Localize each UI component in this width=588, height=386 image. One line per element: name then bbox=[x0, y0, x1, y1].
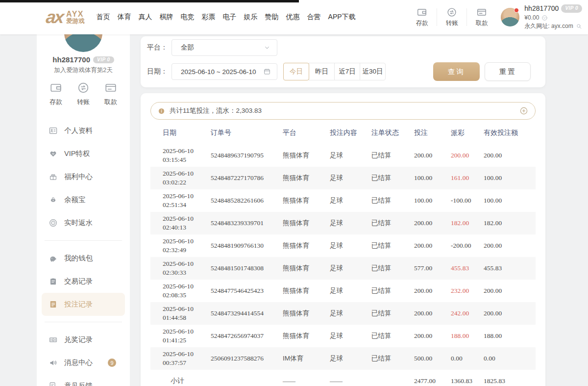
cell-status: 已结算 bbox=[371, 354, 414, 363]
header-action-deposit[interactable]: 存款 bbox=[411, 7, 433, 27]
sidebar-quick-deposit[interactable]: 存款 bbox=[49, 81, 62, 106]
chevron-down-icon bbox=[263, 44, 271, 51]
cell-date-value: 2025-06-10 bbox=[163, 259, 211, 268]
cell-time-value: 01:44:58 bbox=[163, 313, 211, 322]
cell-platform: 熊猫体育 bbox=[283, 264, 330, 273]
range-button-last7[interactable]: 近7日 bbox=[334, 63, 360, 80]
column-header-0: 日期 bbox=[163, 129, 211, 137]
header-action-deposit-label: 存款 bbox=[416, 19, 428, 27]
sidebar-item-vip[interactable]: VIP特权 bbox=[37, 142, 130, 165]
nav-item-sponsor[interactable]: 赞助 bbox=[265, 13, 279, 22]
range-button-today[interactable]: 今日 bbox=[283, 63, 309, 80]
cell-date: 2025-06-1002:08:35 bbox=[163, 282, 211, 299]
cell-bet: 100.00 bbox=[414, 197, 451, 205]
subtotal-bet: 2477.00 bbox=[414, 377, 451, 385]
cell-order: 5248487227170786 bbox=[211, 174, 283, 182]
magnifier-icon[interactable] bbox=[576, 23, 582, 29]
cell-order: 5248481909766130 bbox=[211, 242, 283, 250]
subtotal-row: 小计 —— —— 2477.00 1360.83 1825.83 bbox=[150, 370, 536, 386]
nav-item-slots[interactable]: 电子 bbox=[223, 13, 237, 22]
column-header-6: 派彩 bbox=[451, 129, 484, 137]
range-button-last30[interactable]: 近30日 bbox=[360, 63, 386, 80]
username: hh2817700 bbox=[524, 3, 559, 13]
nav-item-chess[interactable]: 棋牌 bbox=[160, 13, 173, 22]
header-action-transfer[interactable]: 转账 bbox=[441, 7, 463, 27]
cell-platform: IM体育 bbox=[283, 354, 330, 363]
cell-content: 足球 bbox=[330, 196, 371, 205]
sidebar-item-rebate[interactable]: 实时返水 bbox=[37, 211, 130, 234]
transfer-icon bbox=[446, 7, 457, 18]
table-row: 2025-06-1002:32:495248481909766130熊猫体育足球… bbox=[150, 234, 536, 257]
cell-time-value: 01:41:25 bbox=[163, 336, 211, 345]
nav-item-live[interactable]: 真人 bbox=[139, 13, 152, 22]
messages-icon bbox=[49, 358, 58, 367]
cell-valid: 455.83 bbox=[484, 264, 536, 272]
nav-item-esports[interactable]: 电竞 bbox=[181, 13, 195, 22]
cell-date-value: 2025-06-10 bbox=[163, 327, 211, 336]
sidebar-item-transactions[interactable]: 交易记录 bbox=[37, 270, 130, 293]
cell-bet: 500.00 bbox=[414, 355, 451, 362]
sidebar-quick-withdraw[interactable]: 取款 bbox=[104, 81, 117, 106]
cell-bet: 200.00 bbox=[414, 332, 451, 340]
nav-item-promo[interactable]: 优惠 bbox=[286, 13, 300, 22]
sidebar-item-feedback[interactable]: 意见反馈 bbox=[37, 374, 130, 386]
brand-logo[interactable]: ax AYX 爱游戏 bbox=[46, 9, 85, 25]
brand-mark-icon: ax bbox=[45, 9, 63, 25]
cell-payout: 0.00 bbox=[451, 355, 484, 362]
subtotal-platform: —— bbox=[283, 377, 330, 385]
sidebar-item-yuebao[interactable]: 余额宝 bbox=[37, 188, 130, 211]
platform-label: 平台： bbox=[147, 43, 172, 52]
sidebar-item-bets[interactable]: 投注记录 bbox=[42, 293, 125, 316]
cell-date: 2025-06-1003:02:22 bbox=[163, 169, 211, 186]
cell-time-value: 02:32:49 bbox=[163, 246, 211, 255]
date-range-input[interactable]: 2025-06-10 ~ 2025-06-10 bbox=[172, 63, 277, 80]
sidebar-item-messages[interactable]: 消息中心9 bbox=[37, 351, 130, 374]
cell-order: 5248483239339701 bbox=[211, 219, 283, 227]
sidebar-avatar[interactable] bbox=[64, 34, 102, 52]
cell-time-value: 02:08:35 bbox=[163, 291, 211, 300]
main-nav: 首页体育真人棋牌电竞彩票电子娱乐赞助优惠合营APP下载 bbox=[97, 13, 356, 22]
cell-content: 足球 bbox=[330, 174, 371, 182]
sidebar-item-redeem[interactable]: 兑奖记录 bbox=[37, 328, 130, 351]
nav-item-entertainment[interactable]: 娱乐 bbox=[244, 13, 258, 22]
sidebar-item-welfare-label: 福利中心 bbox=[64, 172, 93, 181]
header-action-withdraw[interactable]: 取款 bbox=[470, 7, 493, 27]
user-avatar[interactable] bbox=[501, 8, 519, 26]
nav-item-agent[interactable]: 合营 bbox=[307, 13, 321, 22]
nav-item-sports[interactable]: 体育 bbox=[118, 13, 131, 22]
cell-valid: 100.00 bbox=[484, 174, 536, 182]
cell-platform: 熊猫体育 bbox=[283, 241, 330, 250]
reset-button[interactable]: 重置 bbox=[485, 62, 531, 81]
sidebar-item-yuebao-label: 余额宝 bbox=[64, 195, 86, 205]
sidebar-item-wallet[interactable]: 我的钱包 bbox=[37, 247, 130, 270]
column-header-1: 订单号 bbox=[211, 129, 283, 137]
subtotal-payout: 1360.83 bbox=[451, 377, 484, 385]
sidebar-item-profile[interactable]: 个人资料 bbox=[37, 119, 130, 142]
cell-status: 已结算 bbox=[371, 174, 414, 182]
sidebar-item-redeem-label: 兑奖记录 bbox=[64, 335, 93, 344]
nav-item-app-download[interactable]: APP下载 bbox=[328, 13, 356, 22]
notification-dot bbox=[514, 8, 519, 13]
balance-refresh-icon[interactable] bbox=[541, 15, 548, 21]
feedback-icon bbox=[49, 381, 58, 386]
cell-bet: 100.00 bbox=[414, 174, 451, 182]
expand-plus-icon[interactable] bbox=[519, 106, 528, 115]
unread-count-badge: 9 bbox=[108, 359, 116, 367]
cell-order: 5248477546425423 bbox=[211, 287, 283, 295]
nav-item-lottery[interactable]: 彩票 bbox=[202, 13, 216, 22]
nav-item-home[interactable]: 首页 bbox=[97, 13, 110, 22]
sidebar-quick-transfer[interactable]: 转账 bbox=[77, 81, 90, 106]
range-button-yesterday[interactable]: 昨日 bbox=[309, 63, 335, 80]
search-button[interactable]: 查询 bbox=[433, 62, 480, 81]
cell-date: 2025-06-1002:30:33 bbox=[163, 259, 211, 277]
cell-payout: 242.00 bbox=[451, 309, 484, 317]
cell-bet: 200.00 bbox=[414, 287, 451, 295]
cell-content: 足球 bbox=[330, 264, 371, 273]
cell-platform: 熊猫体育 bbox=[283, 309, 330, 318]
cell-status: 已结算 bbox=[371, 151, 414, 160]
sidebar: hh2817700 VIP 0 加入爱游戏体育第2天 存款转账取款 个人资料VI… bbox=[37, 34, 130, 386]
platform-select[interactable]: 全部 bbox=[172, 39, 277, 56]
sidebar-item-welfare[interactable]: 福利中心 bbox=[37, 165, 130, 188]
cell-payout: -100.00 bbox=[451, 197, 484, 205]
cell-order: 5248489637190795 bbox=[211, 152, 283, 159]
